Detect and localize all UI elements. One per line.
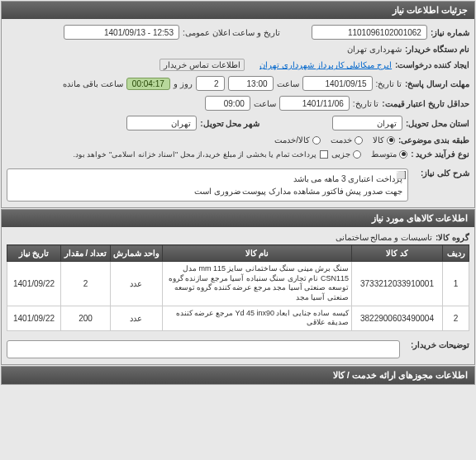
cell-code: 3822900603490004 <box>352 306 443 330</box>
deadline-label: مهلت ارسال پاسخ: <box>405 79 469 88</box>
cell-name: سنگ برش مینی سنگ ساختمانی سایز 115 mm مد… <box>162 262 351 306</box>
radio-partial-label: جزیی <box>331 149 350 159</box>
cell-date: 1401/09/22 <box>7 262 61 306</box>
col-name: نام کالا <box>162 245 351 262</box>
items-table: ردیف کد کالا نام کالا واحد شمارش تعداد /… <box>7 244 469 331</box>
radio-medium[interactable] <box>399 150 407 159</box>
category-radio-group: کالا خدمت کالا/خدمت <box>274 135 395 145</box>
need-no-label: شماره نیاز: <box>431 28 469 37</box>
radio-partial[interactable] <box>353 150 361 159</box>
buyer-notes-field[interactable] <box>7 340 400 358</box>
time-label-1: ساعت <box>277 79 299 88</box>
announce-label: تاریخ و ساعت اعلان عمومی: <box>183 28 280 37</box>
cell-name: کیسه ساده جنایی ابعاد Yd 45 inx90 مرجع ع… <box>162 306 351 330</box>
announce-field: 12:53 - 1401/09/13 <box>64 25 179 40</box>
credit-time-field: 09:00 <box>205 96 250 111</box>
radio-service[interactable] <box>355 136 363 145</box>
desc-label: شرح کلی نیاز: <box>412 168 469 178</box>
col-qty: تعداد / مقدار <box>61 245 111 262</box>
cell-unit: عدد <box>111 306 163 330</box>
col-row: ردیف <box>443 245 469 262</box>
buyer-org-label: نام دستگاه خریدار: <box>405 45 469 54</box>
desc-text: پرداخت اعتباری 3 ماهه می باشد جهت صدور پ… <box>194 174 402 196</box>
treasury-note: پرداخت تمام یا بخشی از مبلغ خرید،از محل … <box>73 150 317 159</box>
col-date: تاریخ نیاز <box>7 245 61 262</box>
col-unit: واحد شمارش <box>111 245 163 262</box>
licenses-panel-title: اطلاعات مجوزهای ارائه خدمت / کالا <box>2 367 474 384</box>
cell-qty: 200 <box>61 306 111 330</box>
radio-both-label: کالا/خدمت <box>274 135 310 145</box>
cell-idx: 2 <box>443 306 469 330</box>
items-panel-title: اطلاعات کالاهای مورد نیاز <box>2 210 474 227</box>
table-row[interactable]: 13733212033910001سنگ برش مینی سنگ ساختما… <box>7 262 469 306</box>
items-panel: اطلاعات کالاهای مورد نیاز گروه کالا: تاس… <box>1 209 475 365</box>
days-field: 2 <box>196 76 225 91</box>
credit-date-field: 1401/11/06 <box>279 96 350 111</box>
days-label: روز و <box>174 79 193 88</box>
province-label: استان محل تحویل: <box>406 119 469 128</box>
remaining-time-badge: 00:04:17 <box>126 78 170 90</box>
deadline-prefix: تا تاریخ: <box>376 79 402 88</box>
cell-code: 3733212033910001 <box>352 262 443 306</box>
desc-box: ⬜ پرداخت اعتباری 3 ماهه می باشد جهت صدور… <box>7 168 408 202</box>
group-value: تاسیسات و مصالح ساختمانی <box>336 233 432 242</box>
purchase-type-radio-group: متوسط جزیی <box>331 149 407 159</box>
treasury-checkbox[interactable] <box>320 150 328 159</box>
table-row[interactable]: 23822900603490004کیسه ساده جنایی ابعاد Y… <box>7 306 469 330</box>
licenses-panel: اطلاعات مجوزهای ارائه خدمت / کالا <box>1 366 475 385</box>
deadline-time-field: 13:00 <box>228 76 274 91</box>
cell-idx: 1 <box>443 262 469 306</box>
radio-goods[interactable] <box>387 136 395 145</box>
requester-link[interactable]: ایرج میکائیلی کاربرداز شهرداری تهران <box>259 60 392 69</box>
buyer-org-value: شهرداری تهران <box>347 45 402 54</box>
radio-service-label: خدمت <box>331 135 352 145</box>
radio-both[interactable] <box>312 136 321 145</box>
purchase-type-label: نوع فرآیند خرید : <box>411 149 469 159</box>
credit-label: حداقل تاریخ اعتبار قیمت: <box>382 99 469 108</box>
deadline-date-field: 1401/09/15 <box>302 76 373 91</box>
cell-qty: 2 <box>61 262 111 306</box>
requester-label: ایجاد کننده درخواست: <box>395 60 469 69</box>
radio-goods-label: کالا <box>373 135 384 145</box>
radio-medium-label: متوسط <box>371 149 397 159</box>
group-label: گروه کالا: <box>436 233 469 242</box>
col-code: کد کالا <box>352 245 443 262</box>
need-no-field: 1101096102001062 <box>312 25 427 40</box>
city-label: شهر محل تحویل: <box>200 119 259 128</box>
time-label-2: ساعت <box>254 99 276 108</box>
expand-icon[interactable]: ⬜ <box>397 171 406 179</box>
city-field: تهران <box>126 116 197 130</box>
contact-info-link[interactable]: اطلاعات تماس خریدار <box>159 59 245 71</box>
credit-prefix: تا تاریخ: <box>353 99 379 108</box>
remaining-label: ساعت باقی مانده <box>63 79 123 88</box>
buyer-notes-label: توضیحات خریدار: <box>403 340 469 349</box>
panel-title: جزئیات اطلاعات نیاز <box>2 2 474 19</box>
category-label: طبقه بندی موضوعی: <box>398 135 469 145</box>
details-panel: جزئیات اطلاعات نیاز شماره نیاز: 11010961… <box>1 1 475 208</box>
province-field: تهران <box>332 116 402 130</box>
cell-unit: عدد <box>111 262 163 306</box>
cell-date: 1401/09/22 <box>7 306 61 330</box>
